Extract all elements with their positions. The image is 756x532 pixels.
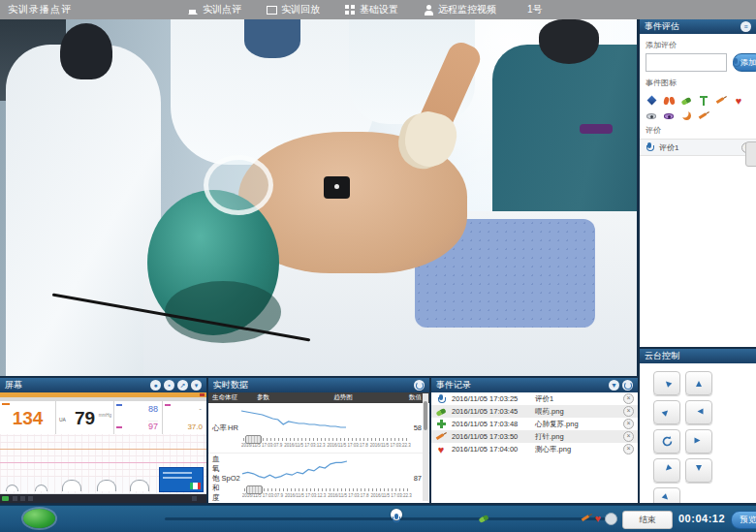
timeline-marker-heart[interactable]	[592, 509, 604, 520]
ptz-up-left-button[interactable]	[653, 371, 680, 395]
ptz-right-button[interactable]	[685, 429, 712, 454]
home-icon	[188, 5, 199, 16]
seek-thumb[interactable]	[605, 513, 617, 525]
realtime-row: 心率HR2016/11/5 17:03:07.92016/11/5 17:03:…	[208, 403, 429, 454]
ptz-left-button[interactable]	[685, 400, 712, 424]
settings-icon[interactable]: ▾	[191, 380, 202, 391]
event-time: 2016/11/05 17:03:25	[452, 394, 535, 403]
event-icon-cell[interactable]	[715, 91, 728, 104]
left-arrow-icon	[695, 408, 704, 414]
delete-event-button[interactable]: ×	[623, 444, 634, 454]
event-record-row[interactable]: 2016/11/05 17:03:45喂药.png×	[431, 405, 638, 418]
realtime-title: 实时数据	[213, 379, 248, 391]
trend-sparkline	[239, 409, 348, 430]
refresh-icon[interactable]	[414, 380, 425, 391]
preview-button[interactable]: 预览	[731, 511, 756, 529]
range-slider-thumb[interactable]	[245, 435, 262, 444]
screen-icon	[267, 5, 277, 16]
nurse-head	[539, 19, 599, 64]
event-icon-cell[interactable]	[646, 107, 658, 119]
event-icons-label: 事件图标	[646, 78, 756, 88]
heart-icon	[592, 513, 604, 524]
event-icon-cell[interactable]	[663, 107, 676, 119]
event-record-row[interactable]: 2016/11/05 17:04:00测心率.png×	[431, 443, 638, 455]
event-icon-cell[interactable]	[680, 107, 693, 119]
event-icon-cell[interactable]	[698, 107, 710, 119]
grid-icon	[345, 5, 356, 16]
event-time: 2016/11/05 17:03:45	[452, 407, 535, 416]
clinician-cap-top	[244, 19, 300, 58]
app-window: 实训录播点评 实训点评实训回放基础设置远程监控视频 1号 事件评估 ≡ 添加评价	[0, 0, 756, 532]
vital-name: 血氧饱和度	[208, 454, 222, 503]
ptz-control-panel: 云台控制 + 远 近 - 速度: - +	[640, 349, 756, 503]
chart-range-slider[interactable]	[244, 485, 410, 492]
delete-event-button[interactable]: ×	[623, 419, 634, 429]
ptz-down-right-button[interactable]	[653, 487, 680, 503]
nurse-trim-purple	[580, 124, 613, 134]
clinician-white-coat-left	[6, 45, 161, 376]
comment-input[interactable]	[646, 53, 727, 72]
event-icon-cell[interactable]	[733, 91, 745, 104]
capsule-icon	[478, 513, 489, 524]
ambu-bag-shadow	[165, 281, 281, 343]
record-icon[interactable]: ●	[150, 380, 161, 391]
remote-tool-popup	[159, 467, 204, 492]
comment-row[interactable]: 评价1×	[640, 139, 756, 156]
delete-event-button[interactable]: ×	[623, 393, 634, 404]
refresh-icon[interactable]	[622, 380, 633, 391]
event-record-row[interactable]: 2016/11/05 17:03:25评价1×	[431, 392, 638, 405]
timeline-marker-mic[interactable]	[391, 509, 402, 520]
vital-param: SpO2	[222, 474, 240, 483]
record-indicator-button[interactable]	[23, 509, 55, 528]
timeline-marker-syringe[interactable]	[581, 509, 592, 520]
eye-purple-icon	[663, 110, 675, 122]
event-icon-cell[interactable]	[663, 91, 676, 104]
chart-range-slider[interactable]	[243, 435, 409, 442]
event-icon-cell[interactable]	[646, 91, 658, 104]
more-icon[interactable]: ≡	[740, 21, 751, 32]
ptz-up-right-button[interactable]	[653, 400, 680, 424]
realtime-scrollbar[interactable]	[423, 393, 428, 501]
download-icon[interactable]: ▼	[609, 380, 619, 391]
event-record-row[interactable]: 2016/11/05 17:03:50打针.png×	[431, 430, 638, 443]
menu-item-2[interactable]: 实训回放	[267, 3, 320, 16]
menu-item-3[interactable]: 基础设置	[345, 3, 398, 16]
screen-capture-panel: 屏幕 ●▪↗▾ 134 UA 79 mmHg 88 97 - 37.0	[0, 378, 206, 503]
realtime-row: 血氧饱和度SpO22016/11/5 17:03:07.92016/11/5 1…	[208, 454, 429, 503]
ptz-down-button[interactable]	[685, 458, 712, 483]
menu-item-1[interactable]: 实训点评	[188, 3, 241, 16]
realtime-header: 实时数据	[208, 378, 429, 392]
down-arrow-icon	[696, 465, 702, 474]
x-tick-label: 2016/11/5 17:03:22.3	[370, 443, 411, 448]
event-icon-cell[interactable]	[680, 91, 693, 104]
seek-track[interactable]	[165, 517, 613, 520]
crescent-icon	[680, 110, 692, 122]
share-icon[interactable]: ↗	[177, 380, 188, 391]
event-evaluation-title: 事件评估	[645, 20, 679, 33]
event-record-title: 事件记录	[436, 379, 471, 391]
delete-event-button[interactable]: ×	[623, 431, 634, 442]
event-icon-cell[interactable]	[698, 91, 710, 104]
ptz-up-button[interactable]	[685, 371, 712, 395]
delete-event-button[interactable]: ×	[623, 406, 634, 417]
end-button[interactable]: 结束	[622, 511, 673, 529]
ptz-rotate-button[interactable]	[653, 429, 680, 454]
up-left-arrow-icon	[662, 377, 673, 388]
range-slider-thumb[interactable]	[246, 485, 263, 494]
snapshot-icon[interactable]: ▪	[164, 380, 174, 391]
x-tick-label: 2016/11/5 17:03:12.3	[285, 493, 326, 498]
event-record-row[interactable]: 2016/11/05 17:03:48心肺复苏.png×	[431, 418, 638, 430]
lungs-icon	[663, 95, 675, 107]
heart-icon	[733, 95, 744, 107]
event-record-list: 2016/11/05 17:03:25评价1×2016/11/05 17:03:…	[431, 392, 638, 455]
emoji-more-button[interactable]	[745, 141, 756, 167]
ptz-down-left-button[interactable]	[653, 458, 680, 483]
event-name: 测心率.png	[535, 445, 623, 454]
trend-chart: 2016/11/5 17:03:07.92016/11/5 17:03:12.3…	[240, 459, 414, 498]
timeline-marker-capsule[interactable]	[478, 509, 489, 520]
event-evaluation-header: 事件评估 ≡	[640, 19, 756, 34]
menu-item-4[interactable]: 远程监控视频	[424, 3, 496, 16]
spo2-value: 97	[148, 421, 158, 431]
event-record-panel: 事件记录 ▼ 2016/11/05 17:03:25评价1×2016/11/05…	[431, 378, 638, 503]
app-title: 实训录播点评	[8, 3, 72, 16]
